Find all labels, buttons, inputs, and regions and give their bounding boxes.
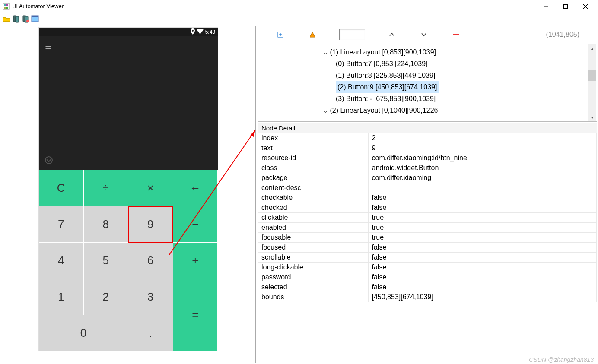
detail-key: class: [258, 163, 368, 173]
maximize-button[interactable]: [556, 0, 576, 13]
detail-row[interactable]: content-desc: [258, 183, 597, 193]
detail-key: password: [258, 272, 368, 282]
detail-row[interactable]: packagecom.differ.xiaoming: [258, 173, 597, 183]
scroll-up-icon[interactable]: ▴: [588, 44, 596, 52]
detail-key: enabled: [258, 223, 368, 233]
hierarchy-tree[interactable]: ⌄ (1) LinearLayout [0,853][900,1039](0) …: [258, 44, 597, 122]
detail-row[interactable]: long-clickablefalse: [258, 263, 597, 272]
tree-node[interactable]: (2) Button:9 [450,853][674,1039]: [258, 81, 597, 93]
detail-key: index: [258, 133, 368, 143]
svg-line-17: [169, 130, 255, 255]
tree-node[interactable]: (3) Button: - [675,853][900,1039]: [258, 93, 597, 104]
svg-point-13: [26, 20, 29, 22]
detail-row[interactable]: checkedfalse: [258, 203, 597, 213]
detail-row[interactable]: classandroid.widget.Button: [258, 163, 597, 173]
save-icon[interactable]: [31, 15, 39, 23]
tree-node[interactable]: (0) Button:7 [0,853][224,1039]: [258, 58, 597, 70]
watermark: CSDN @zhangzhan813: [529, 356, 594, 363]
detail-row[interactable]: text9: [258, 143, 597, 153]
device-dump-compressed-icon[interactable]: [22, 15, 29, 23]
detail-value: false: [368, 203, 597, 213]
key-clear[interactable]: C: [39, 170, 84, 206]
detail-value: android.widget.Button: [368, 163, 597, 173]
detail-value: true: [368, 233, 597, 243]
detail-row[interactable]: passwordfalse: [258, 272, 597, 282]
key-multiply[interactable]: ×: [128, 170, 173, 206]
detail-row[interactable]: focusedfalse: [258, 243, 597, 253]
android-status-bar: 5:43: [39, 28, 218, 36]
next-icon[interactable]: [419, 29, 429, 40]
detail-value: 2: [368, 133, 597, 143]
detail-row[interactable]: scrollablefalse: [258, 253, 597, 263]
detail-row[interactable]: bounds[450,853][674,1039]: [258, 292, 597, 302]
detail-key: focusable: [258, 233, 368, 243]
expand-icon[interactable]: [45, 156, 53, 164]
device-dump-icon[interactable]: [12, 15, 20, 23]
coordinates-label: (1041,805): [546, 31, 579, 38]
close-button[interactable]: [576, 0, 595, 13]
location-icon: [191, 28, 195, 36]
clock-text: 5:43: [205, 29, 215, 35]
svg-rect-1: [4, 4, 6, 6]
detail-row[interactable]: index2: [258, 133, 597, 143]
prev-icon[interactable]: [387, 29, 397, 40]
detail-key: clickable: [258, 213, 368, 223]
minimize-button[interactable]: [536, 0, 556, 13]
detail-value: true: [368, 213, 597, 223]
tree-node[interactable]: (1) Button:8 [225,853][449,1039]: [258, 70, 597, 81]
wifi-icon: [197, 29, 204, 35]
svg-rect-23: [453, 34, 459, 35]
detail-row[interactable]: selectedfalse: [258, 282, 597, 292]
key-3[interactable]: 3: [128, 279, 173, 315]
key-7[interactable]: 7: [39, 206, 84, 243]
tree-node[interactable]: ⌄ (1) LinearLayout [0,853][900,1039]: [258, 46, 597, 58]
main-area: 5:43 ☰ C ÷ × ← 7 8 9 − 4 5 6 +: [0, 25, 598, 364]
title-bar: UI Automator Viewer: [0, 0, 598, 13]
svg-marker-22: [310, 32, 315, 37]
detail-value: false: [368, 272, 597, 282]
detail-value: false: [368, 253, 597, 263]
menu-icon[interactable]: ☰: [45, 44, 52, 54]
key-dot[interactable]: .: [128, 315, 173, 351]
detail-row[interactable]: checkablefalse: [258, 193, 597, 203]
detail-key: text: [258, 143, 368, 153]
key-6[interactable]: 6: [128, 243, 173, 279]
key-2[interactable]: 2: [84, 279, 129, 315]
detail-value: [450,853][674,1039]: [368, 292, 597, 302]
detail-row[interactable]: clickabletrue: [258, 213, 597, 223]
detail-value: true: [368, 223, 597, 233]
detail-value: com.differ.xiaoming: [368, 173, 597, 183]
detail-value: com.differ.xiaoming:id/btn_nine: [368, 153, 597, 163]
open-icon[interactable]: [3, 15, 10, 23]
key-equals[interactable]: =: [173, 279, 218, 351]
svg-rect-4: [6, 7, 8, 9]
toolbar: [0, 13, 598, 25]
key-8[interactable]: 8: [84, 206, 129, 243]
detail-row[interactable]: resource-idcom.differ.xiaoming:id/btn_ni…: [258, 153, 597, 163]
detail-row[interactable]: enabledtrue: [258, 223, 597, 233]
expand-all-icon[interactable]: [275, 29, 286, 40]
scroll-down-icon[interactable]: ▾: [588, 114, 596, 121]
detail-row[interactable]: focusabletrue: [258, 233, 597, 243]
key-9[interactable]: 9: [128, 206, 173, 243]
scroll-thumb[interactable]: [588, 70, 596, 81]
key-4[interactable]: 4: [39, 243, 84, 279]
key-0[interactable]: 0: [39, 315, 128, 351]
svg-rect-6: [564, 4, 568, 8]
detail-key: scrollable: [258, 253, 368, 263]
svg-point-16: [192, 30, 194, 32]
key-5[interactable]: 5: [84, 243, 129, 279]
tree-toolbar: (1041,805): [258, 26, 597, 43]
svg-rect-15: [32, 16, 38, 17]
tree-scrollbar[interactable]: ▴ ▾: [588, 44, 596, 121]
search-input[interactable]: [339, 29, 365, 40]
toggle-naf-icon[interactable]: [307, 29, 318, 40]
detail-key: resource-id: [258, 153, 368, 163]
detail-table: index2text9resource-idcom.differ.xiaomin…: [258, 133, 597, 302]
detail-key: selected: [258, 282, 368, 292]
detail-key: long-clickable: [258, 263, 368, 272]
key-1[interactable]: 1: [39, 279, 84, 315]
tree-node[interactable]: ⌄ (2) LinearLayout [0,1040][900,1226]: [258, 104, 597, 116]
key-divide[interactable]: ÷: [84, 170, 129, 206]
delete-icon[interactable]: [451, 29, 461, 40]
